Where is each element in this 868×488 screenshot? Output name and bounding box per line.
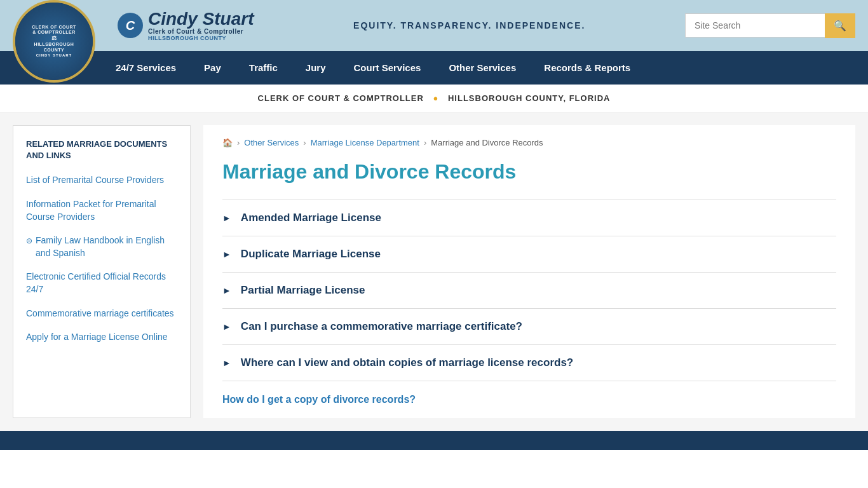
accordion-item-view-records[interactable]: ► Where can I view and obtain copies of …: [222, 345, 836, 381]
breadcrumb-sep-2: ›: [303, 138, 306, 147]
breadcrumb-marriage-dept[interactable]: Marriage License Department: [311, 138, 419, 147]
nav-traffic[interactable]: Traffic: [235, 51, 292, 85]
nav-jury[interactable]: Jury: [292, 51, 340, 85]
nav-records-reports[interactable]: Records & Reports: [530, 51, 644, 85]
breadcrumb-sep-1: ›: [237, 138, 240, 147]
breadcrumb-sep-3: ›: [424, 138, 426, 147]
sub-header-left: CLERK OF COURT & COMPTROLLER: [258, 93, 424, 103]
main-content: 🏠 › Other Services › Marriage License De…: [203, 125, 855, 418]
search-icon: 🔍: [834, 20, 846, 31]
breadcrumb: 🏠 › Other Services › Marriage License De…: [222, 138, 836, 147]
sidebar-link-label: Commemorative marriage certificates: [26, 308, 174, 320]
brand-county: HILLSBOROUGH COUNTY: [148, 35, 254, 41]
sub-header-right: HILLSBOROUGH COUNTY, FLORIDA: [448, 93, 611, 103]
content-area: RELATED MARRIAGE DOCUMENTS AND LINKS Lis…: [0, 112, 868, 431]
sub-header-dot: ●: [433, 93, 438, 103]
sidebar-link-official-records[interactable]: Electronic Certified Official Records 24…: [26, 271, 177, 295]
page-title: Marriage and Divorce Records: [222, 160, 836, 184]
sub-header: CLERK OF COURT & COMPTROLLER ● HILLSBORO…: [0, 85, 868, 112]
header: CLERK OF COURT& COMPTROLLER ⚖ HILLSBOROU…: [0, 0, 868, 51]
nav-court-services[interactable]: Court Services: [340, 51, 435, 85]
tagline: EQUITY. TRANSPARENCY. INDEPENDENCE.: [254, 20, 685, 30]
brand-name: Cindy Stuart: [148, 10, 254, 28]
sidebar-link-info-packet[interactable]: Information Packet for Premarital Course…: [26, 198, 177, 223]
sidebar-link-family-law[interactable]: ⊝ Family Law Handbook in English and Spa…: [26, 234, 177, 259]
footer: [0, 431, 868, 450]
breadcrumb-current: Marriage and Divorce Records: [431, 138, 543, 147]
divorce-records-link[interactable]: How do I get a copy of divorce records?: [222, 394, 836, 405]
search-input[interactable]: [685, 13, 825, 37]
brand-logo: C Cindy Stuart Clerk of Court & Comptrol…: [118, 10, 254, 41]
accordion-arrow-icon: ►: [222, 358, 231, 368]
accordion-label: Where can I view and obtain copies of ma…: [241, 356, 573, 369]
accordion-label: Amended Marriage License: [241, 212, 381, 224]
accordion-item-duplicate[interactable]: ► Duplicate Marriage License: [222, 236, 836, 273]
main-nav: 24/7 Services Pay Traffic Jury Court Ser…: [0, 51, 868, 85]
accordion-arrow-icon: ►: [222, 285, 231, 295]
accordion-label: Duplicate Marriage License: [241, 248, 381, 261]
sidebar-link-label: Apply for a Marriage License Online: [26, 331, 168, 344]
brand-subtitle: Clerk of Court & Comptroller: [148, 28, 254, 35]
search-area: 🔍: [685, 13, 855, 38]
sidebar-link-label: Electronic Certified Official Records 24…: [26, 271, 177, 295]
accordion-label: Can I purchase a commemorative marriage …: [241, 320, 522, 333]
sidebar-link-apply-online[interactable]: Apply for a Marriage License Online: [26, 331, 177, 344]
sidebar-link-label: List of Premarital Course Providers: [26, 174, 164, 187]
accordion-arrow-icon: ►: [222, 322, 231, 332]
sidebar-link-commemorative[interactable]: Commemorative marriage certificates: [26, 308, 177, 320]
nav-pay[interactable]: Pay: [190, 51, 235, 85]
external-link-icon: ⊝: [26, 236, 32, 247]
accordion-item-commemorative[interactable]: ► Can I purchase a commemorative marriag…: [222, 309, 836, 345]
accordion-item-amended[interactable]: ► Amended Marriage License: [222, 200, 836, 236]
accordion-arrow-icon: ►: [222, 213, 231, 223]
accordion-label: Partial Marriage License: [241, 284, 365, 297]
nav-other-services[interactable]: Other Services: [435, 51, 530, 85]
brand-icon: C: [118, 13, 143, 38]
breadcrumb-other-services[interactable]: Other Services: [244, 138, 299, 147]
sidebar-link-label: Family Law Handbook in English and Spani…: [36, 234, 177, 259]
sidebar-link-label: Information Packet for Premarital Course…: [26, 198, 177, 223]
breadcrumb-home[interactable]: 🏠: [222, 138, 233, 147]
sidebar-link-premarital-list[interactable]: List of Premarital Course Providers: [26, 174, 177, 187]
home-icon: 🏠: [222, 138, 233, 147]
accordion-arrow-icon: ►: [222, 249, 231, 259]
sidebar: RELATED MARRIAGE DOCUMENTS AND LINKS Lis…: [13, 125, 191, 418]
logo-seal: CLERK OF COURT& COMPTROLLER ⚖ HILLSBOROU…: [13, 0, 95, 83]
sidebar-title: RELATED MARRIAGE DOCUMENTS AND LINKS: [26, 139, 177, 161]
nav-247[interactable]: 24/7 Services: [102, 51, 190, 85]
accordion-item-partial[interactable]: ► Partial Marriage License: [222, 273, 836, 309]
search-button[interactable]: 🔍: [825, 13, 855, 38]
